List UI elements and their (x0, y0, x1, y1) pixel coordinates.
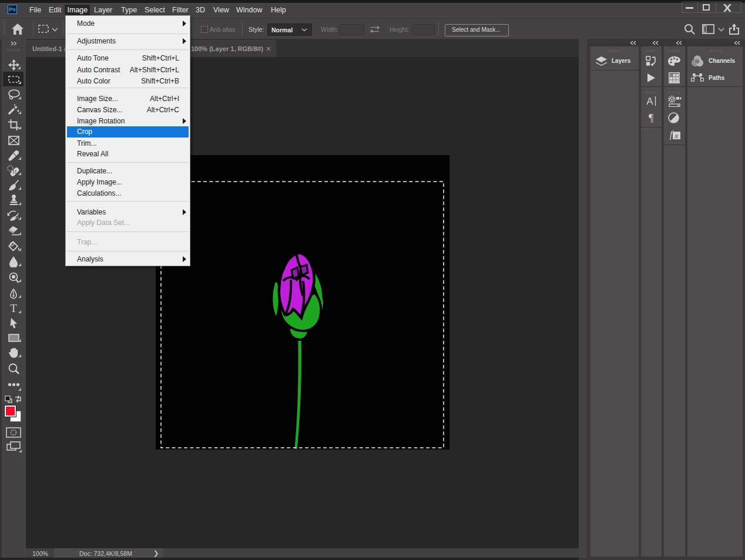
svg-text:x: x (674, 131, 679, 140)
svg-text:¶: ¶ (649, 112, 653, 123)
svg-text:T: T (10, 303, 17, 314)
svg-text:A: A (646, 96, 653, 106)
